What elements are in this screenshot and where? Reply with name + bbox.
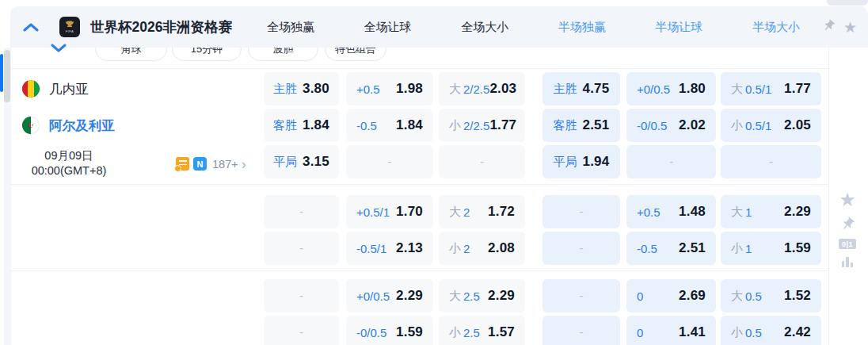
news-badge-icon[interactable]: N bbox=[193, 157, 207, 171]
divider bbox=[10, 184, 828, 185]
odds-cell[interactable]: 平局1.94 bbox=[542, 145, 620, 178]
odds-cell[interactable]: 小2.51.57 bbox=[439, 316, 525, 345]
odds-cell[interactable]: 小11.59 bbox=[721, 232, 821, 265]
odds-cell[interactable]: 大2/2.52.03 bbox=[439, 72, 525, 105]
pin-icon[interactable] bbox=[822, 19, 836, 36]
match-stats-icon[interactable] bbox=[176, 157, 189, 171]
tab-fulltime-handicap[interactable]: 全场让球 bbox=[364, 20, 412, 35]
header-actions: ★ bbox=[822, 19, 857, 36]
odds-cell[interactable]: 主胜3.80 bbox=[264, 72, 339, 105]
divider-vertical bbox=[828, 48, 829, 345]
tab-halftime-overunder[interactable]: 半场大小 bbox=[752, 20, 800, 35]
odds-cell[interactable]: -0/0.51.59 bbox=[346, 316, 433, 345]
odds-value: 1.84 bbox=[303, 117, 329, 133]
odds-line-type: 小 bbox=[449, 118, 461, 133]
odds-cell-empty: - bbox=[264, 316, 339, 345]
odds-value: 1.41 bbox=[679, 324, 706, 340]
odds-cell[interactable]: 小0.5/12.05 bbox=[721, 109, 821, 142]
odds-cell[interactable]: 大21.72 bbox=[439, 195, 525, 228]
tab-fulltime-1x2[interactable]: 全场独赢 bbox=[267, 20, 314, 35]
odds-cell[interactable]: 平局3.15 bbox=[264, 145, 339, 178]
odds-value: 2.13 bbox=[396, 240, 423, 256]
odds-cell[interactable]: -0.5/12.13 bbox=[346, 232, 433, 265]
odds-cell[interactable]: 01.41 bbox=[626, 316, 716, 345]
more-markets-count[interactable]: 187+ bbox=[212, 158, 238, 171]
guinea-flag-icon bbox=[22, 80, 40, 98]
odds-label: -0.5/1 bbox=[356, 242, 386, 255]
odds-value: 1.77 bbox=[784, 81, 811, 97]
odds-cell[interactable]: 大0.51.52 bbox=[721, 279, 821, 312]
odds-cell[interactable]: -0.51.84 bbox=[346, 109, 433, 142]
odds-value: 2.51 bbox=[679, 240, 706, 256]
odds-cell-empty: - bbox=[439, 145, 525, 178]
odds-label: 0 bbox=[637, 289, 643, 303]
odds-value: 1.77 bbox=[489, 117, 516, 133]
odds-label: +0.5 bbox=[356, 82, 380, 96]
scoreboard-icon[interactable]: 0|1 bbox=[839, 239, 856, 249]
odds-cell[interactable]: 客胜2.51 bbox=[542, 109, 620, 142]
odds-value: 2.42 bbox=[784, 324, 811, 340]
stats-chart-icon[interactable] bbox=[842, 256, 854, 267]
match-toolbar: ★ 0|1 bbox=[833, 190, 862, 274]
odds-cell[interactable]: 大0.5/11.77 bbox=[721, 72, 821, 105]
odds-label: -0/0.5 bbox=[356, 326, 386, 339]
odds-cell[interactable]: +0.5/11.70 bbox=[346, 195, 433, 228]
odds-label: 2.5 bbox=[463, 326, 480, 339]
tab-halftime-handicap[interactable]: 半场让球 bbox=[655, 20, 702, 35]
odds-cell[interactable]: 大12.29 bbox=[721, 195, 821, 228]
league-header: FIFA 世界杯2026非洲资格赛 全场独赢 全场让球 全场大小 半场独赢 半场… bbox=[10, 6, 868, 48]
star-icon[interactable]: ★ bbox=[843, 20, 857, 35]
odds-value: 1.59 bbox=[784, 240, 811, 256]
tab-fulltime-overunder[interactable]: 全场大小 bbox=[461, 20, 508, 35]
odds-cell[interactable]: 大2.52.29 bbox=[439, 279, 525, 312]
odds-value: 2.02 bbox=[679, 117, 706, 133]
odds-cell[interactable]: 小2/2.51.77 bbox=[439, 109, 525, 142]
odds-label: 客胜 bbox=[554, 118, 577, 133]
odds-value: 2.29 bbox=[396, 288, 423, 304]
kickoff-date: 09月09日 bbox=[16, 148, 122, 163]
collapse-league-icon[interactable] bbox=[23, 22, 39, 32]
odds-value: 2.29 bbox=[784, 204, 811, 220]
odds-cell[interactable]: -0.52.51 bbox=[626, 232, 716, 265]
odds-value: 1.57 bbox=[488, 324, 515, 340]
odds-cell[interactable]: +0.51.98 bbox=[346, 72, 433, 105]
odds-cell[interactable]: +0/0.51.80 bbox=[626, 72, 716, 105]
odds-label: 2/2.5 bbox=[463, 82, 489, 96]
odds-line-type: 大 bbox=[449, 205, 461, 220]
odds-value: 1.80 bbox=[679, 81, 706, 97]
scrollbar-thumb[interactable] bbox=[4, 50, 10, 102]
odds-value: 2.05 bbox=[784, 117, 811, 133]
odds-cell-empty: - bbox=[721, 145, 821, 178]
odds-line-type: 小 bbox=[449, 241, 461, 256]
odds-label: +0.5 bbox=[637, 205, 661, 219]
chevron-right-icon[interactable]: › bbox=[242, 158, 246, 171]
odds-panel: 角球 15分钟 波胆 特色组合 FIFA 世界杯2026非洲资格赛 全场独赢 全… bbox=[0, 0, 868, 345]
odds-cell[interactable]: 客胜1.84 bbox=[264, 109, 339, 142]
adjacent-card-edge bbox=[827, 0, 868, 6]
kickoff-time: 00:00(GMT+8) bbox=[16, 163, 122, 178]
odds-line-type: 小 bbox=[449, 325, 461, 340]
odds-label: +0.5/1 bbox=[356, 205, 390, 219]
odds-line-type: 大 bbox=[731, 289, 743, 304]
away-team-name[interactable]: 阿尔及利亚 bbox=[49, 117, 115, 135]
tab-halftime-1x2[interactable]: 半场独赢 bbox=[558, 20, 606, 35]
odds-cell[interactable]: 小0.52.42 bbox=[721, 316, 821, 345]
odds-label: 1 bbox=[745, 242, 752, 255]
home-team-name[interactable]: 几内亚 bbox=[49, 81, 89, 98]
odds-cell[interactable]: 02.69 bbox=[626, 279, 716, 312]
odds-cell[interactable]: -0/0.52.02 bbox=[626, 109, 716, 142]
odds-label: 1 bbox=[745, 205, 752, 219]
odds-cell[interactable]: +0/0.52.29 bbox=[346, 279, 433, 312]
divider bbox=[10, 270, 828, 271]
collapse-markets-icon[interactable] bbox=[51, 44, 67, 53]
odds-cell-empty: - bbox=[626, 145, 716, 178]
odds-cell[interactable]: 主胜4.75 bbox=[542, 72, 620, 105]
odds-cell[interactable]: 小22.08 bbox=[439, 232, 525, 265]
odds-label: 主胜 bbox=[554, 82, 577, 97]
odds-value: 3.80 bbox=[303, 81, 329, 97]
match-meta: N 187+ › bbox=[176, 157, 246, 171]
favorite-star-icon[interactable]: ★ bbox=[839, 190, 856, 209]
pin-match-icon[interactable] bbox=[840, 217, 855, 232]
odds-cell[interactable]: +0.51.48 bbox=[626, 195, 716, 228]
odds-value: 1.48 bbox=[679, 204, 706, 220]
